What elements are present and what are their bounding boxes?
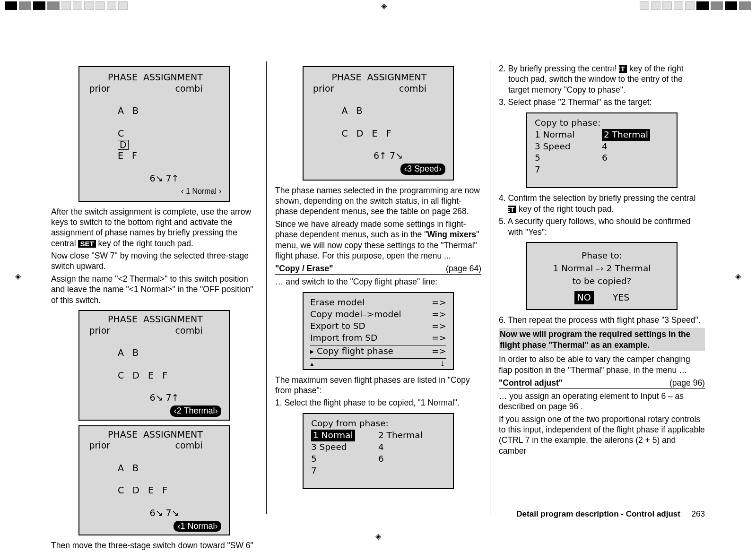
lcd-cdef: C D E F <box>341 128 391 138</box>
registration-mark-top: ◈ <box>381 1 387 10</box>
lcd-phase-assignment-1: PHASE ASSIGNMENT prior combi A B C D E F… <box>78 66 230 202</box>
selected-phase: 1 Normal <box>311 430 355 441</box>
confirm-choices: NO YES <box>535 291 669 304</box>
box-row: 5 6 <box>535 152 669 164</box>
lcd-label: combi <box>175 440 203 451</box>
text: Copy to phase: <box>535 117 600 129</box>
list-item: 5. A security query follows, who should … <box>508 216 705 237</box>
no-button[interactable]: NO <box>574 291 594 304</box>
phase: 1 Normal <box>535 129 602 141</box>
column-1: PHASE ASSIGNMENT prior combi A B C D E F… <box>43 61 266 514</box>
lcd-tag-row: ‹1 Normal › <box>89 521 221 532</box>
footer-title: Detail program description - Control adj… <box>516 509 680 518</box>
paragraph: The maximum seven flight phases are list… <box>275 375 481 396</box>
lcd-cdef: C D E F <box>118 485 167 495</box>
marks-right <box>635 1 756 10</box>
arrow-left-icon: ‹ <box>181 186 184 196</box>
marks-left <box>0 1 132 10</box>
copy-to-phase-box: Copy to phase: 1 Normal 2 Thermal 3 Spee… <box>526 112 678 189</box>
copy-from-phase-box: Copy from phase: 1 Normal 2 Thermal 3 Sp… <box>303 413 454 489</box>
phase: 3 Speed <box>535 141 602 153</box>
lcd-tag-row: ‹2 Thermal› <box>89 405 221 417</box>
phase: 3 Speed <box>311 441 378 453</box>
paragraph: The phase names selected in the programm… <box>275 185 481 217</box>
bold-text: Wing mixers <box>427 230 476 239</box>
lcd-label: prior <box>89 325 110 336</box>
phase: 5 <box>311 453 378 465</box>
column-layout: PHASE ASSIGNMENT prior combi A B C D E F… <box>43 61 713 514</box>
lcd-label-prior: prior <box>89 83 110 95</box>
section-heading-copy-erase: "Copy / Erase" (page 64) <box>275 264 481 275</box>
confirm-dialog: Phase to: 1 Normal –› 2 Thermal to be co… <box>526 242 678 310</box>
lcd-phase-label: 2 Thermal <box>177 406 215 416</box>
set-key: SET <box>78 240 96 248</box>
box-title: Copy to phase: <box>535 117 669 129</box>
lcd-label: combi <box>399 83 426 95</box>
page-content: PHASE ASSIGNMENT prior combi A B C D E F… <box>43 61 713 514</box>
lcd-phase-tag: ‹2 Thermal› <box>170 405 222 417</box>
lcd-phase-label: 1 Normal <box>186 187 217 195</box>
box-row: 5 6 <box>311 453 445 465</box>
registration-mark-left: ◈ <box>15 272 21 281</box>
box-row: 7 <box>535 164 669 176</box>
box-row: 1 Normal 2 Thermal <box>311 430 445 441</box>
lcd-phase-label: 1 Normal <box>180 521 215 532</box>
lcd-phase-label: 3 Speed <box>407 164 439 174</box>
paragraph: … and switch to the "Copy flight phase" … <box>275 276 481 287</box>
paragraph: Now close "SW 7" by moving the selected … <box>51 250 258 272</box>
column-3: 2. By briefly pressing the central SET k… <box>490 61 713 514</box>
selected-phase: 2 Thermal <box>602 129 650 141</box>
text: 2. By briefly pressing the central <box>499 64 619 73</box>
up-icon: ▴ <box>310 360 314 368</box>
menu-label: Export to SD <box>310 320 365 332</box>
phase: 5 <box>535 152 602 164</box>
text: key of the right touch pad. <box>96 239 193 248</box>
menu-label: Copy model–>model <box>310 309 401 320</box>
lcd-row-prior-combi: prior combi <box>89 83 221 95</box>
phase: 6 <box>602 152 669 164</box>
lcd-title: PHASE ASSIGNMENT <box>313 72 445 83</box>
paragraph: In order to also be able to vary the cam… <box>499 354 705 375</box>
lcd-row-switches: 6↑ 7↘ <box>313 150 445 162</box>
set-key: SET <box>508 206 516 214</box>
list-item: 6. Then repeat the process with flight p… <box>508 315 705 325</box>
confirm-question: to be copied? <box>535 275 669 288</box>
text: key of the right touch pad. <box>516 204 614 214</box>
menu-row-selected: ▸ Copy flight phase => <box>310 345 446 359</box>
paragraph: … you assign an operating element to Inp… <box>499 391 705 412</box>
section-heading-control-adjust: "Control adjust" (page 96) <box>499 378 705 389</box>
set-key: SET <box>619 65 627 73</box>
confirm-title: Phase to: <box>535 250 669 262</box>
lcd-label: prior <box>89 440 110 451</box>
box-title: Copy from phase: <box>311 418 445 430</box>
lcd-phase-assignment-2: PHASE ASSIGNMENT prior combi A B C D E F… <box>78 310 230 421</box>
page-footer: Detail program description - Control adj… <box>516 509 705 519</box>
menu-copy-erase: Erase model=> Copy model–>model=> Export… <box>303 292 454 370</box>
lcd-ab: A B <box>341 105 362 116</box>
lcd-tag-row: ‹ 1 Normal › <box>89 186 221 196</box>
section-title: "Copy / Erase" <box>275 264 333 273</box>
menu-row: Copy model–>model=> <box>310 309 446 320</box>
page-number: 263 <box>692 509 705 518</box>
yes-button[interactable]: YES <box>613 291 630 304</box>
menu-arrow: => <box>432 320 446 332</box>
lcd-row: prior combi <box>313 83 445 95</box>
phase: 6 <box>378 453 445 465</box>
registration-mark-right: ◈ <box>735 272 741 281</box>
lcd-cdef: C D E F <box>118 370 167 380</box>
lcd-tag-row: ‹3 Speed › <box>313 164 445 175</box>
phase: 2 Thermal <box>378 430 445 441</box>
phase: 4 <box>378 441 445 453</box>
lcd-phase-assignment-4: PHASE ASSIGNMENT prior combi A B C D E F… <box>303 66 454 181</box>
lcd-row: A B C D E F <box>313 95 445 151</box>
lcd-row: A B C D E F <box>89 336 221 393</box>
lcd-ab: A B <box>118 347 139 358</box>
lcd-c: C <box>118 128 124 138</box>
lcd-label-combi: combi <box>175 83 203 95</box>
lcd-row-switches: 6↘ 7↘ <box>89 508 221 519</box>
lcd-row: prior combi <box>89 440 221 451</box>
box-row: 1 Normal 2 Thermal <box>535 129 669 141</box>
lcd-phase-assignment-3: PHASE ASSIGNMENT prior combi A B C D E F… <box>78 425 230 536</box>
list-item: 2. By briefly pressing the central SET k… <box>508 63 705 95</box>
lcd-row-switches: 6↘ 7↑ <box>89 173 221 184</box>
